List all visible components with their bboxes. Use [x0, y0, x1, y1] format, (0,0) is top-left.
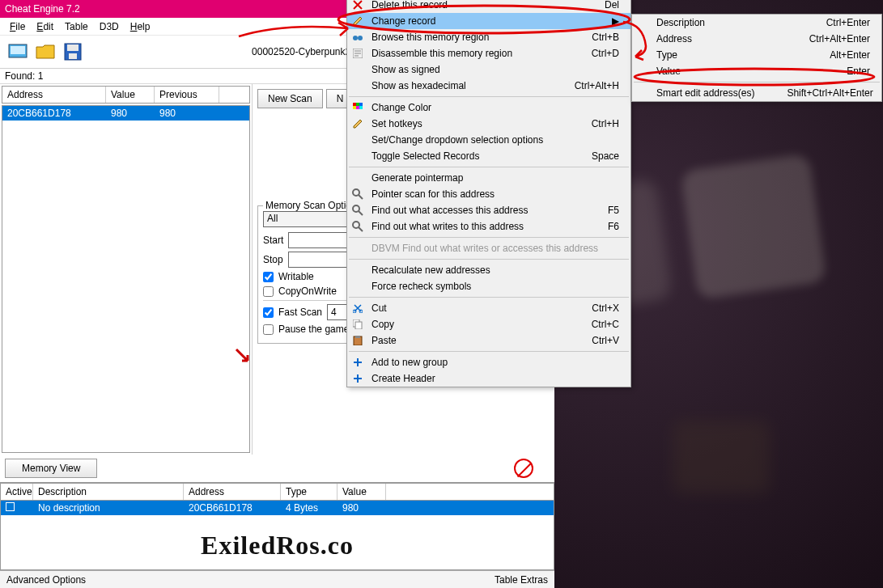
result-row[interactable]: 20CB661D178 980 980 [2, 106, 249, 121]
svg-rect-4 [69, 53, 77, 59]
svg-point-14 [353, 189, 359, 196]
results-list[interactable]: 20CB661D178 980 980 [2, 105, 250, 453]
svg-rect-20 [355, 322, 362, 329]
writable-label: Writable [278, 271, 314, 282]
cell-value2: 980 [337, 501, 386, 515]
reset-icon[interactable] [514, 459, 533, 478]
svg-point-15 [353, 205, 359, 212]
results-header: Address Value Previous [2, 86, 250, 104]
start-label: Start [263, 235, 283, 246]
window-title: Cheat Engine 7.2 [5, 3, 80, 15]
sub-description[interactable]: DescriptionCtrl+Enter [632, 15, 881, 31]
color-icon [351, 101, 364, 114]
sub-type[interactable]: TypeAlt+Enter [632, 47, 881, 63]
col-previous[interactable]: Previous [155, 87, 219, 103]
col-value[interactable]: Value [106, 87, 155, 103]
ctx-create-header[interactable]: Create Header [347, 370, 630, 387]
svg-rect-1 [11, 46, 25, 54]
ctx-browse-memory[interactable]: Browse this memory regionCtrl+B [347, 29, 630, 45]
binoculars-icon [351, 31, 364, 44]
svg-rect-9 [356, 103, 359, 106]
ctx-generate-pointermap[interactable]: Generate pointermap [347, 170, 630, 186]
sub-address[interactable]: AddressCtrl+Alt+Enter [632, 31, 881, 47]
ctx-show-signed[interactable]: Show as signed [347, 61, 630, 78]
menu-d3d[interactable]: D3D [95, 19, 124, 34]
ctx-pointer-scan[interactable]: Pointer scan for this address [347, 186, 630, 202]
ctx-find-accesses[interactable]: Find out what accesses this addressF5 [347, 202, 630, 218]
ctx-delete-record[interactable]: Delete this recordDel [347, 0, 630, 13]
plus-icon [351, 356, 364, 369]
writable-checkbox[interactable] [263, 272, 274, 282]
address-table-body[interactable]: ExiledRos.co [0, 515, 554, 570]
ctx-disassemble[interactable]: Disassemble this memory regionCtrl+D [347, 45, 630, 61]
svg-rect-22 [355, 336, 360, 338]
ctx-dropdown-options[interactable]: Set/Change dropdown selection options [347, 132, 630, 148]
menu-file[interactable]: File [5, 19, 30, 34]
cell-active[interactable] [1, 501, 33, 515]
sub-smart-edit[interactable]: Smart edit address(es)Shift+Ctrl+Alt+Ent… [632, 85, 881, 101]
ctx-copy[interactable]: CopyCtrl+C [347, 316, 630, 332]
scan-indicator-icon [235, 348, 251, 366]
search-icon [351, 188, 364, 201]
ctx-change-record[interactable]: Change record▶ [347, 13, 630, 29]
ctx-dbvm-find: DBVM Find out what writes or accesses th… [347, 240, 630, 256]
watermark: ExiledRos.co [201, 531, 354, 561]
cell-previous: 980 [155, 106, 219, 121]
new-scan-button[interactable]: New Scan [257, 89, 323, 108]
svg-rect-12 [356, 106, 359, 109]
address-table-header: Active Description Address Type Value [0, 483, 554, 501]
stop-label: Stop [263, 254, 283, 265]
menu-edit[interactable]: Edit [32, 19, 58, 34]
select-process-icon[interactable] [5, 39, 31, 65]
svg-rect-3 [67, 44, 79, 51]
pause-game-checkbox[interactable] [263, 324, 274, 335]
copy-icon [351, 318, 364, 331]
cut-icon [351, 302, 364, 315]
table-extras[interactable]: Table Extras [495, 574, 548, 586]
col-description[interactable]: Description [33, 484, 184, 500]
cell-value: 980 [106, 106, 155, 121]
context-menu: Delete this recordDel Change record▶ Bro… [346, 0, 631, 387]
advanced-options[interactable]: Advanced Options [6, 574, 86, 586]
ctx-find-writes[interactable]: Find out what writes to this addressF6 [347, 218, 630, 235]
search-icon [351, 204, 364, 217]
ctx-paste[interactable]: PasteCtrl+V [347, 332, 630, 349]
svg-rect-13 [359, 106, 363, 109]
ctx-show-hex[interactable]: Show as hexadecimalCtrl+Alt+H [347, 78, 630, 94]
svg-rect-8 [353, 103, 356, 106]
ctx-toggle-selected[interactable]: Toggle Selected RecordsSpace [347, 148, 630, 164]
cell-type: 4 Bytes [281, 501, 337, 515]
col-address2[interactable]: Address [184, 484, 281, 500]
memory-view-button[interactable]: Memory View [5, 459, 97, 478]
svg-rect-11 [353, 106, 356, 109]
fast-scan-checkbox[interactable] [263, 307, 274, 318]
table-row[interactable]: No description 20CB661D178 4 Bytes 980 [0, 501, 554, 515]
col-value2[interactable]: Value [337, 484, 386, 500]
cell-description: No description [33, 501, 184, 515]
col-active[interactable]: Active [1, 484, 33, 500]
menu-table[interactable]: Table [60, 19, 93, 34]
edit-icon [351, 15, 364, 27]
ctx-change-color[interactable]: Change Color [347, 99, 630, 116]
asm-icon [351, 47, 364, 60]
delete-icon [351, 0, 364, 11]
menu-help[interactable]: Help [125, 19, 155, 34]
col-address[interactable]: Address [2, 87, 106, 103]
sub-value[interactable]: ValueEnter [632, 63, 881, 79]
paste-icon [351, 334, 364, 347]
save-icon[interactable] [60, 39, 86, 65]
ctx-recalculate[interactable]: Recalculate new addresses [347, 262, 630, 278]
svg-point-5 [353, 36, 358, 40]
ctx-cut[interactable]: CutCtrl+X [347, 300, 630, 316]
svg-rect-10 [359, 103, 363, 106]
cell-address2: 20CB661D178 [184, 501, 281, 515]
ctx-recheck-symbols[interactable]: Force recheck symbols [347, 278, 630, 294]
memory-scan-options-legend: Memory Scan Optio [263, 200, 354, 211]
ctx-add-group[interactable]: Add to new group [347, 354, 630, 370]
ctx-set-hotkeys[interactable]: Set hotkeysCtrl+H [347, 116, 630, 132]
open-icon[interactable] [32, 39, 58, 65]
cow-checkbox[interactable] [263, 286, 274, 297]
hotkey-icon [351, 117, 364, 130]
col-type[interactable]: Type [281, 484, 337, 500]
cow-label: CopyOnWrite [278, 286, 337, 297]
